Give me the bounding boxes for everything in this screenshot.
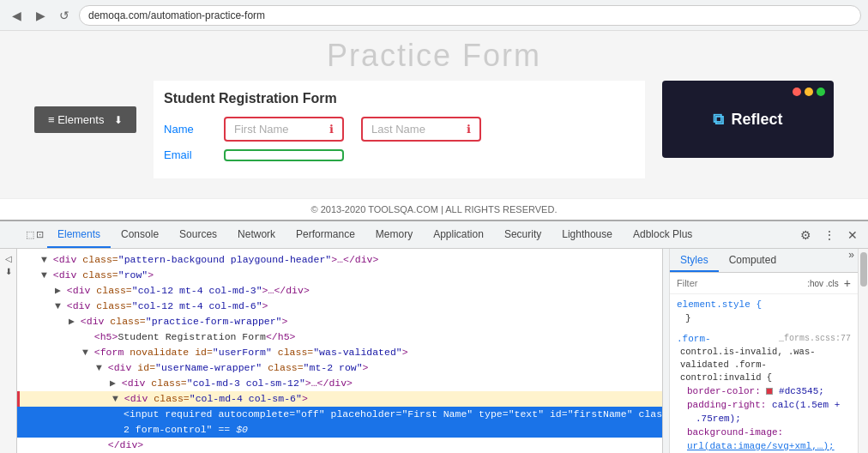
styles-expand-icon[interactable]: »: [848, 249, 858, 272]
style-prop-padding-right: padding-right: calc(1.5em +: [677, 398, 851, 412]
window-controls: [793, 88, 825, 96]
panel-resizer[interactable]: [662, 249, 669, 453]
selector-form-control: .form-: [677, 334, 711, 344]
tab-adblock[interactable]: Adblock Plus: [623, 221, 702, 248]
browser-toolbar: ◀ ▶ ↺: [0, 0, 868, 31]
tree-row-selected-2[interactable]: 2 form-control" == $0: [17, 422, 662, 438]
tree-row-9[interactable]: ▶ <div class="col-md-3 col-sm-12">…</div…: [17, 376, 662, 391]
close-devtools-icon[interactable]: ✕: [844, 226, 861, 244]
address-bar[interactable]: [79, 5, 861, 26]
gutter-icon-2: ⬇: [5, 267, 12, 276]
first-name-warning-icon: ℹ: [329, 123, 334, 136]
tab-network[interactable]: Network: [227, 221, 286, 248]
download-icon: ⬇: [114, 114, 123, 126]
forward-button[interactable]: ▶: [31, 6, 50, 25]
tab-computed[interactable]: Computed: [719, 249, 787, 272]
email-row: Email: [164, 148, 635, 161]
minimize-dot: [805, 88, 813, 96]
tab-elements[interactable]: Elements: [47, 221, 111, 248]
styles-tab-bar: Styles Computed »: [670, 249, 858, 273]
tab-console[interactable]: Console: [111, 221, 169, 248]
tree-row-3[interactable]: ▶ <div class="col-12 mt-4 col-md-3">…</d…: [17, 283, 662, 299]
devtools-tabbar: ⬚ ⊡ Elements Console Sources Network Per…: [0, 221, 868, 249]
tree-row-selected[interactable]: <input required autocomplete="off" place…: [17, 407, 662, 422]
tab-application[interactable]: Application: [423, 221, 494, 248]
devtools-body: ◁ ⬇ ▼ <div class="pattern-backgound play…: [0, 249, 868, 453]
email-label: Email: [164, 148, 215, 161]
reflect-label: Reflect: [731, 111, 782, 129]
page-title: Practice Form: [327, 38, 541, 74]
style-block-form-control: .form- _forms.scss:77 control.is-invalid…: [677, 332, 851, 453]
tree-row-11[interactable]: </div>: [17, 438, 662, 453]
page-content: Practice Form ≡ Elements ⬇ Student Regis…: [0, 31, 868, 198]
inspect-element-button[interactable]: ⬚: [26, 229, 34, 240]
elements-tree[interactable]: ▼ <div class="pattern-backgound playgoun…: [17, 249, 662, 453]
tree-row-10[interactable]: ▼ <div class="col-md-4 col-sm-6">: [17, 391, 662, 407]
more-options-icon[interactable]: ⋮: [820, 226, 839, 244]
tab-memory[interactable]: Memory: [365, 221, 423, 248]
style-block-element: element.style { }: [677, 298, 851, 325]
maximize-dot: [817, 88, 825, 96]
reload-button[interactable]: ↺: [55, 6, 74, 25]
email-field[interactable]: [224, 149, 344, 161]
name-label: Name: [164, 123, 215, 136]
form-title: Student Registration Form: [164, 91, 635, 106]
tab-performance[interactable]: Performance: [286, 221, 365, 248]
tab-lighthouse[interactable]: Lighthouse: [552, 221, 623, 248]
tree-row-5[interactable]: ▶ <div class="practice-form-wrapper">: [17, 314, 662, 329]
tab-sources[interactable]: Sources: [169, 221, 227, 248]
scrollbar[interactable]: [858, 249, 868, 453]
styles-filter-input[interactable]: [677, 278, 802, 288]
style-rule-text: control.is-invalid, .was- validated .for…: [677, 346, 851, 384]
add-style-button[interactable]: +: [844, 276, 851, 290]
bg-image-url[interactable]: url(data:image/svg+xml,…);: [687, 441, 835, 451]
selector-close: }: [685, 313, 691, 323]
tree-row-2[interactable]: ▼ <div class="row">: [17, 268, 662, 283]
first-name-placeholder: First Name: [234, 123, 289, 136]
devtools-panel-toggles: ⬚ ⊡: [26, 221, 47, 248]
tree-row-7[interactable]: ▼ <form novalidate id="userForm" class="…: [17, 345, 662, 360]
last-name-warning-icon: ℹ: [467, 123, 471, 136]
devtools-panel: ⬚ ⊡ Elements Console Sources Network Per…: [0, 220, 868, 453]
settings-icon[interactable]: ⚙: [797, 226, 815, 244]
device-toolbar-button[interactable]: ⊡: [36, 229, 44, 240]
devtools-left-gutter: ◁ ⬇: [0, 249, 17, 453]
hamburger-label: ≡ Elements: [48, 113, 104, 126]
tree-row-6[interactable]: <h5>Student Registration Form</h5>: [17, 329, 662, 345]
color-swatch-red: [766, 388, 773, 395]
close-dot: [793, 88, 801, 96]
style-prop-bg-image: background-image: url(data:image/svg+xml…: [677, 426, 851, 453]
first-name-field[interactable]: First Name ℹ: [224, 117, 344, 142]
scroll-thumb[interactable]: [860, 252, 867, 287]
name-row: Name First Name ℹ Last Name ℹ: [164, 117, 635, 142]
tab-styles[interactable]: Styles: [670, 249, 719, 272]
tree-row-8[interactable]: ▼ <div id="userName-wrapper" class="mt-2…: [17, 360, 662, 376]
tree-row-4[interactable]: ▼ <div class="col-12 mt-4 col-md-6">: [17, 299, 662, 314]
tree-row-1[interactable]: ▼ <div class="pattern-backgound playgoun…: [17, 252, 662, 268]
hover-cls-button[interactable]: :hov .cls: [807, 279, 839, 288]
last-name-field[interactable]: Last Name ℹ: [361, 117, 481, 142]
reflect-panel: ⧉ Reflect: [662, 81, 834, 158]
devtools-actions: ⚙ ⋮ ✕: [797, 221, 868, 248]
copyright-bar: © 2013-2020 TOOLSQA.COM | ALL RIGHTS RES…: [0, 198, 868, 220]
last-name-placeholder: Last Name: [371, 123, 425, 136]
styles-filter-row: :hov .cls +: [670, 273, 858, 294]
copyright-text: © 2013-2020 TOOLSQA.COM | ALL RIGHTS RES…: [311, 204, 558, 214]
elements-button[interactable]: ≡ Elements ⬇: [34, 106, 136, 133]
styles-content: element.style { } .form- _forms.scss:77 …: [670, 294, 858, 453]
selector-element-style: element.style {: [677, 299, 762, 310]
tab-security[interactable]: Security: [494, 221, 552, 248]
back-button[interactable]: ◀: [7, 6, 26, 25]
reflect-icon: ⧉: [713, 111, 724, 129]
style-prop-border-color: border-color: #dc3545;: [677, 384, 851, 398]
style-source: _forms.scss:77: [779, 332, 851, 346]
gutter-icon-1: ◁: [5, 254, 12, 263]
styles-panel: Styles Computed » :hov .cls + element.st…: [669, 249, 858, 453]
